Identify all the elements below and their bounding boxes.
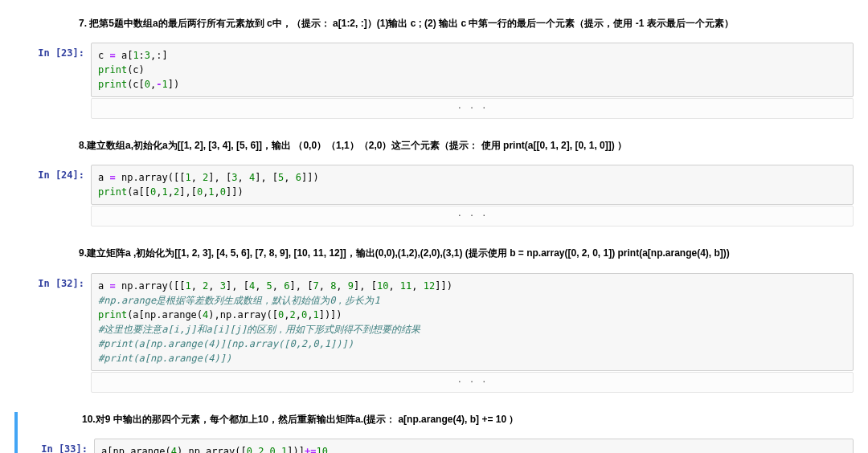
code-input[interactable]: a = np.array([[1, 2, 3], [4, 5, 6], [7, … [91, 273, 854, 371]
cell-prompt: In [24]: [14, 165, 91, 205]
code-cell[interactable]: In [32]:a = np.array([[1, 2, 3], [4, 5, … [14, 273, 854, 371]
code-input[interactable]: a[np.arange(4),np.array([0,2,0,1])]+=10 … [94, 439, 854, 453]
cell-prompt: In [32]: [14, 273, 91, 371]
code-cell[interactable]: In [24]:a = np.array([[1, 2], [3, 4], [5… [14, 165, 854, 205]
question-heading: 10.对9 中输出的那四个元素，每个都加上10，然后重新输出矩阵a.(提示： a… [18, 412, 854, 427]
code-input[interactable]: c = a[1:3,:] print(c) print(c[0,-1]) [91, 43, 854, 97]
output-collapser[interactable]: . . . [91, 98, 854, 119]
cell-prompt: In [23]: [14, 43, 91, 97]
question-heading: 9.建立矩阵a ,初始化为[[1, 2, 3], [4, 5, 6], [7, … [14, 246, 854, 261]
output-collapser[interactable]: . . . [91, 206, 854, 226]
code-input[interactable]: a = np.array([[1, 2], [3, 4], [5, 6]]) p… [91, 165, 854, 205]
cell-prompt: In [33]: [18, 439, 94, 453]
output-collapser[interactable]: . . . [91, 372, 854, 393]
question-heading: 8.建立数组a,初始化a为[[1, 2], [3, 4], [5, 6]]，输出… [14, 138, 854, 153]
code-cell[interactable]: In [33]:a[np.arange(4),np.array([0,2,0,1… [18, 439, 854, 453]
code-cell[interactable]: In [23]:c = a[1:3,:] print(c) print(c[0,… [14, 43, 854, 97]
question-heading: 7. 把第5题中数组a的最后两行所有元素放到 c中，（提示： a[1:2, :]… [14, 16, 854, 31]
